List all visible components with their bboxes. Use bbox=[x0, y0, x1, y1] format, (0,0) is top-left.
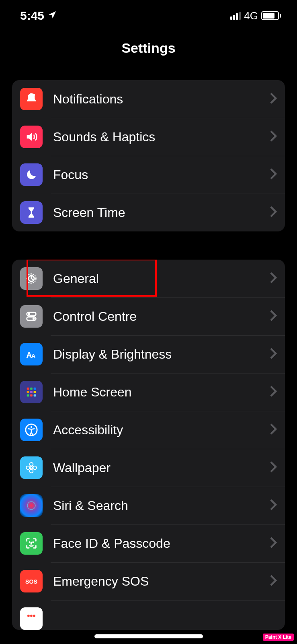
siri-icon bbox=[20, 494, 43, 517]
row-partial[interactable] bbox=[12, 600, 285, 630]
row-label: Face ID & Passcode bbox=[53, 536, 270, 551]
row-label: Emergency SOS bbox=[53, 574, 270, 589]
battery-icon bbox=[261, 11, 281, 20]
svg-point-24 bbox=[33, 466, 37, 470]
svg-point-30 bbox=[30, 615, 33, 617]
accessibility-icon bbox=[20, 419, 43, 441]
signal-icon bbox=[230, 12, 241, 20]
row-notifications[interactable]: Notifications bbox=[12, 80, 285, 118]
row-label: Screen Time bbox=[53, 205, 270, 220]
svg-point-20 bbox=[30, 466, 33, 469]
svg-rect-11 bbox=[34, 388, 36, 390]
chevron-right-icon bbox=[270, 310, 277, 323]
status-right: 4G bbox=[230, 10, 281, 22]
location-icon bbox=[47, 9, 57, 23]
svg-point-23 bbox=[26, 466, 30, 470]
status-bar: 5:45 4G bbox=[0, 0, 297, 24]
svg-rect-12 bbox=[27, 391, 29, 393]
sos-icon: SOS bbox=[20, 570, 43, 592]
svg-point-22 bbox=[30, 469, 33, 473]
svg-text:SOS: SOS bbox=[25, 578, 37, 585]
row-label: General bbox=[53, 271, 270, 286]
watermark: Paint X Lite bbox=[263, 634, 294, 641]
row-sounds-haptics[interactable]: Sounds & Haptics bbox=[12, 118, 285, 156]
settings-content: Notifications Sounds & Haptics Focus Scr… bbox=[0, 80, 297, 630]
row-label: Wallpaper bbox=[53, 460, 270, 475]
row-label: Focus bbox=[53, 167, 270, 182]
row-general[interactable]: General bbox=[12, 260, 285, 297]
chevron-right-icon bbox=[270, 272, 277, 285]
settings-group-1: Notifications Sounds & Haptics Focus Scr… bbox=[12, 80, 285, 231]
svg-rect-9 bbox=[27, 388, 29, 390]
bell-icon bbox=[20, 88, 43, 110]
chevron-right-icon bbox=[270, 168, 277, 182]
row-accessibility[interactable]: Accessibility bbox=[12, 411, 285, 449]
row-control-centre[interactable]: Control Centre bbox=[12, 297, 285, 335]
row-label: Sounds & Haptics bbox=[53, 130, 270, 144]
chevron-right-icon bbox=[270, 92, 277, 106]
chevron-right-icon bbox=[270, 385, 277, 399]
chevron-right-icon bbox=[270, 347, 277, 361]
svg-rect-15 bbox=[27, 394, 29, 397]
svg-point-26 bbox=[29, 542, 30, 542]
chevron-right-icon bbox=[270, 537, 277, 550]
row-label: Siri & Search bbox=[53, 498, 270, 513]
text-size-icon: AA bbox=[20, 343, 43, 365]
svg-rect-13 bbox=[30, 391, 33, 393]
chevron-right-icon bbox=[270, 130, 277, 144]
row-wallpaper[interactable]: Wallpaper bbox=[12, 449, 285, 487]
status-time: 5:45 bbox=[20, 9, 44, 23]
face-id-icon bbox=[20, 532, 43, 555]
settings-group-2: General Control Centre AA Display & Brig… bbox=[12, 260, 285, 630]
toggles-icon bbox=[20, 305, 43, 328]
app-grid-icon bbox=[20, 381, 43, 403]
svg-rect-10 bbox=[30, 388, 33, 390]
chevron-right-icon bbox=[270, 423, 277, 437]
svg-rect-14 bbox=[34, 391, 36, 393]
row-home-screen[interactable]: Home Screen bbox=[12, 373, 285, 411]
chevron-right-icon bbox=[270, 499, 277, 512]
partial-icon bbox=[20, 607, 43, 630]
row-label: Control Centre bbox=[53, 309, 270, 324]
row-display-brightness[interactable]: AA Display & Brightness bbox=[12, 335, 285, 373]
svg-point-19 bbox=[31, 426, 32, 428]
page-title: Settings bbox=[0, 24, 297, 68]
svg-point-6 bbox=[33, 318, 35, 320]
gear-icon bbox=[20, 267, 43, 290]
svg-point-27 bbox=[33, 542, 33, 542]
flower-icon bbox=[20, 456, 43, 479]
svg-point-29 bbox=[27, 615, 30, 617]
svg-point-21 bbox=[30, 462, 33, 466]
svg-point-4 bbox=[28, 313, 31, 316]
chevron-right-icon bbox=[270, 574, 277, 588]
row-screen-time[interactable]: Screen Time bbox=[12, 194, 285, 231]
row-label: Home Screen bbox=[53, 385, 270, 400]
hourglass-icon bbox=[20, 201, 43, 224]
svg-point-0 bbox=[32, 94, 35, 97]
network-label: 4G bbox=[244, 10, 258, 22]
svg-rect-17 bbox=[34, 394, 36, 397]
svg-point-31 bbox=[33, 615, 35, 617]
status-left: 5:45 bbox=[20, 9, 57, 23]
row-label: Notifications bbox=[53, 92, 270, 107]
row-emergency-sos[interactable]: SOS Emergency SOS bbox=[12, 562, 285, 600]
svg-point-25 bbox=[27, 502, 35, 510]
row-face-id-passcode[interactable]: Face ID & Passcode bbox=[12, 524, 285, 562]
row-siri-search[interactable]: Siri & Search bbox=[12, 487, 285, 524]
svg-text:A: A bbox=[31, 353, 35, 359]
row-focus[interactable]: Focus bbox=[12, 156, 285, 194]
row-label: Accessibility bbox=[53, 423, 270, 438]
chevron-right-icon bbox=[270, 461, 277, 475]
row-label: Display & Brightness bbox=[53, 347, 270, 362]
home-indicator[interactable] bbox=[94, 634, 203, 638]
chevron-right-icon bbox=[270, 206, 277, 219]
speaker-icon bbox=[20, 126, 43, 148]
moon-icon bbox=[20, 163, 43, 186]
svg-rect-16 bbox=[30, 394, 33, 397]
